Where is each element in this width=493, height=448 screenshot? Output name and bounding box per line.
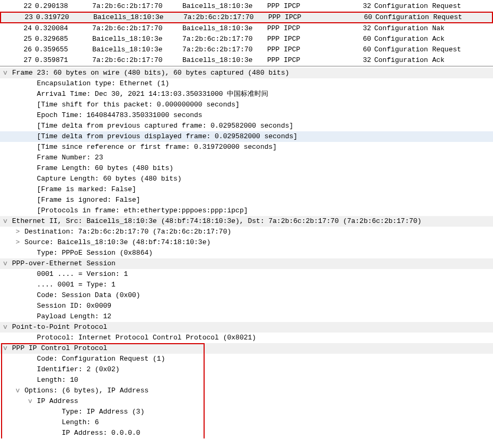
indent-spacer <box>28 89 33 100</box>
detail-line[interactable]: v IP Address <box>0 396 493 407</box>
detail-line[interactable]: Capture Length: 60 bytes (480 bits) <box>0 174 493 184</box>
detail-text: Options: (6 bytes), IP Address <box>20 387 148 395</box>
chevron-right-icon[interactable]: > <box>15 237 20 248</box>
detail-text: Frame 23: 60 bytes on wire (480 bits), 6… <box>8 69 289 77</box>
detail-line[interactable]: 0001 .... = Version: 1 <box>0 269 493 280</box>
detail-line[interactable]: Type: IP Address (3) <box>0 407 493 417</box>
indent-spacer <box>28 205 33 216</box>
detail-text: Capture Length: 60 bytes (480 bits) <box>33 175 182 183</box>
indent-spacer <box>28 121 33 131</box>
indent-spacer <box>28 110 33 121</box>
detail-line[interactable]: Type: PPPoE Session (0x8864) <box>0 248 493 258</box>
detail-line[interactable]: v Ethernet II, Src: Baicells_18:10:3e (4… <box>0 216 493 227</box>
chevron-down-icon[interactable]: v <box>28 396 33 407</box>
detail-line[interactable]: > Destination: 7a:2b:6c:2b:17:70 (7a:2b:… <box>0 227 493 237</box>
packet-row[interactable]: 220.2901387a:2b:6c:2b:17:70Baicells_18:1… <box>0 1 493 12</box>
packet-row[interactable]: 240.3200847a:2b:6c:2b:17:70Baicells_18:1… <box>0 23 493 34</box>
detail-text: IP Address <box>33 397 78 405</box>
detail-line[interactable]: Arrival Time: Dec 30, 2021 14:13:03.3503… <box>0 89 493 100</box>
detail-line[interactable]: Session ID: 0x0009 <box>0 301 493 311</box>
detail-line[interactable]: [Frame is marked: False] <box>0 184 493 195</box>
detail-line[interactable]: Identifier: 2 (0x02) <box>0 364 493 375</box>
indent-spacer <box>28 100 33 110</box>
detail-line[interactable]: v PPP IP Control Protocol <box>0 343 493 354</box>
cell-info: Configuration Nak <box>374 23 493 34</box>
detail-line[interactable]: Length: 6 <box>0 417 493 428</box>
indent-spacer <box>52 407 58 417</box>
detail-text: Frame Length: 60 bytes (480 bits) <box>33 164 173 172</box>
cell-len: 60 <box>351 13 375 22</box>
detail-line[interactable]: v PPP-over-Ethernet Session <box>0 258 493 269</box>
indent-spacer <box>28 142 33 153</box>
chevron-down-icon[interactable]: v <box>15 386 20 396</box>
cell-src: 7a:2b:6c:2b:17:70 <box>92 1 182 12</box>
detail-line[interactable]: [Time delta from previous displayed fram… <box>0 131 493 142</box>
chevron-down-icon[interactable]: v <box>3 258 8 269</box>
detail-text: Destination: 7a:2b:6c:2b:17:70 (7a:2b:6c… <box>20 228 231 236</box>
detail-line[interactable]: Epoch Time: 1640844783.350331000 seconds <box>0 110 493 121</box>
detail-line[interactable]: Code: Configuration Request (1) <box>0 354 493 364</box>
detail-line[interactable]: Protocol: Internet Protocol Control Prot… <box>0 333 493 343</box>
detail-line[interactable]: [Time since reference or first frame: 0.… <box>0 142 493 153</box>
indent-spacer <box>28 364 33 375</box>
cell-time: 0.320084 <box>35 23 92 34</box>
packet-row[interactable]: 230.319720Baicells_18:10:3e7a:2b:6c:2b:1… <box>0 12 493 23</box>
detail-text: [Protocols in frame: eth:ethertype:pppoe… <box>33 207 248 214</box>
detail-text: Code: Configuration Request (1) <box>33 355 165 363</box>
detail-text: Length: 10 <box>33 376 78 384</box>
cell-dst: Baicells_18:10:3e <box>182 55 267 66</box>
detail-text: Code: Session Data (0x00) <box>33 291 140 299</box>
cell-proto: PPP IPCP <box>267 55 350 66</box>
detail-line[interactable]: [Frame is ignored: False] <box>0 195 493 205</box>
detail-line[interactable]: [Time shift for this packet: 0.000000000… <box>0 100 493 110</box>
detail-line[interactable]: IP Address: 0.0.0.0 <box>0 428 493 438</box>
indent-spacer <box>28 163 33 174</box>
detail-text: [Time shift for this packet: 0.000000000… <box>33 101 240 109</box>
packet-row[interactable]: 250.329685Baicells_18:10:3e7a:2b:6c:2b:1… <box>0 34 493 44</box>
detail-text: Type: PPPoE Session (0x8864) <box>33 249 153 257</box>
indent-spacer <box>28 153 33 163</box>
packet-row[interactable]: 270.3598717a:2b:6c:2b:17:70Baicells_18:1… <box>0 55 493 66</box>
packet-list[interactable]: 220.2901387a:2b:6c:2b:17:70Baicells_18:1… <box>0 0 493 67</box>
detail-line[interactable]: v Point-to-Point Protocol <box>0 322 493 333</box>
cell-info: Configuration Request <box>374 44 493 55</box>
cell-src: Baicells_18:10:3e <box>93 13 183 22</box>
indent-spacer <box>28 301 33 311</box>
indent-spacer <box>28 311 33 322</box>
chevron-right-icon[interactable]: > <box>15 227 20 237</box>
cell-time: 0.359871 <box>35 55 92 66</box>
detail-line[interactable]: [Protocols in frame: eth:ethertype:pppoe… <box>0 205 493 216</box>
chevron-down-icon[interactable]: v <box>3 322 8 333</box>
indent-spacer <box>28 375 33 386</box>
chevron-down-icon[interactable]: v <box>3 68 8 78</box>
cell-no: 26 <box>0 44 35 55</box>
cell-src: 7a:2b:6c:2b:17:70 <box>92 23 182 34</box>
detail-text: Payload Length: 12 <box>33 312 111 320</box>
cell-proto: PPP IPCP <box>267 34 350 44</box>
detail-text: Epoch Time: 1640844783.350331000 seconds <box>33 111 203 119</box>
detail-line[interactable]: Code: Session Data (0x00) <box>0 290 493 301</box>
cell-no: 27 <box>0 55 35 66</box>
indent-spacer <box>28 354 33 364</box>
cell-src: 7a:2b:6c:2b:17:70 <box>92 55 182 66</box>
detail-line[interactable]: Length: 10 <box>0 375 493 386</box>
chevron-down-icon[interactable]: v <box>3 343 8 354</box>
detail-line[interactable]: [Time delta from previous captured frame… <box>0 121 493 131</box>
detail-line[interactable]: .... 0001 = Type: 1 <box>0 280 493 290</box>
detail-line[interactable]: v Options: (6 bytes), IP Address <box>0 386 493 396</box>
detail-line[interactable]: Encapsulation type: Ethernet (1) <box>0 78 493 89</box>
detail-line[interactable]: > Source: Baicells_18:10:3e (48:bf:74:18… <box>0 237 493 248</box>
cell-len: 32 <box>350 1 374 12</box>
cell-time: 0.290138 <box>35 1 92 12</box>
detail-line[interactable]: Frame Number: 23 <box>0 153 493 163</box>
packet-row[interactable]: 260.359655Baicells_18:10:3e7a:2b:6c:2b:1… <box>0 44 493 55</box>
detail-text: Point-to-Point Protocol <box>8 323 107 331</box>
packet-details[interactable]: v Frame 23: 60 bytes on wire (480 bits),… <box>0 67 493 438</box>
detail-line[interactable]: Frame Length: 60 bytes (480 bits) <box>0 163 493 174</box>
detail-line[interactable]: v Frame 23: 60 bytes on wire (480 bits),… <box>0 68 493 78</box>
cell-len: 32 <box>350 55 374 66</box>
detail-line[interactable]: Payload Length: 12 <box>0 311 493 322</box>
chevron-down-icon[interactable]: v <box>3 216 8 227</box>
detail-text: Frame Number: 23 <box>33 154 103 162</box>
detail-text: [Time since reference or first frame: 0.… <box>33 143 277 151</box>
